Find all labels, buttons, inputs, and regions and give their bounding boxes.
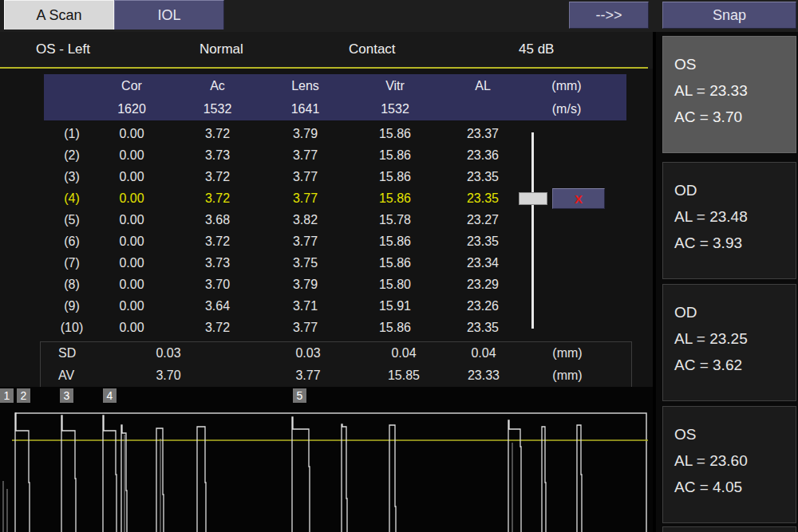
velocities-row: 1620153216411532(m/s) xyxy=(44,97,626,120)
al-value: 23.29 xyxy=(451,278,515,292)
av-row: AV3.703.7715.8523.33(mm) xyxy=(41,365,631,387)
al-value: 23.35 xyxy=(451,191,515,206)
ac-value: 3.72 xyxy=(164,191,271,206)
measurement-row[interactable]: (2)0.003.733.7715.8623.36 xyxy=(44,144,523,166)
lens-value: 3.71 xyxy=(271,299,339,313)
row-label: (2) xyxy=(44,148,100,163)
scan-status-bar: OS - Left Normal Contact 45 dB xyxy=(0,32,653,69)
ac-value: 3.68 xyxy=(164,213,271,227)
row-label: (7) xyxy=(44,256,100,270)
al-value: 23.37 xyxy=(451,127,515,141)
ascan-screen: A Scan IOL -->> Snap OS - Left Normal Co… xyxy=(0,0,798,532)
result-eye: OD xyxy=(674,177,796,203)
measurement-row[interactable]: (3)0.003.723.7715.8623.35 xyxy=(44,166,523,187)
stat-value: 0.03 xyxy=(89,346,248,361)
measurement-row[interactable]: (6)0.003.723.7715.8623.35 xyxy=(44,231,523,252)
column-label: Lens xyxy=(271,79,339,93)
stat-value: 0.04 xyxy=(368,346,440,361)
velocity-value: 1532 xyxy=(164,102,271,116)
cor-value: 0.00 xyxy=(100,321,164,335)
vitr-value: 15.86 xyxy=(339,170,451,184)
cor-value: 0.00 xyxy=(100,278,164,292)
result-panel[interactable]: OSAL = 23.60AC = 4.05 xyxy=(662,406,796,523)
result-al: AL = 23.33 xyxy=(674,77,796,104)
measure-method-select[interactable]: Contact xyxy=(349,41,396,57)
velocity-value: 1532 xyxy=(339,102,451,116)
al-value: 23.26 xyxy=(451,299,515,313)
ac-value: 3.72 xyxy=(164,170,271,184)
row-label: (3) xyxy=(44,170,100,184)
snap-button[interactable]: Snap xyxy=(662,2,796,29)
gain-value[interactable]: 45 dB xyxy=(519,41,554,57)
lens-value: 3.77 xyxy=(271,191,339,206)
vitr-value: 15.86 xyxy=(339,148,451,163)
gate-marker-4[interactable]: 4 xyxy=(103,388,117,403)
row-label: (6) xyxy=(44,234,100,249)
eye-select[interactable]: OS - Left xyxy=(36,41,90,57)
measurement-row[interactable]: (10)0.003.723.7715.8623.35 xyxy=(44,317,523,338)
waveform-plot xyxy=(0,387,653,532)
result-panel[interactable]: OSAL = 23.33AC = 3.70 xyxy=(662,36,796,153)
lens-value: 3.79 xyxy=(271,278,339,292)
result-al: AL = 23.60 xyxy=(674,447,796,474)
al-value: 23.36 xyxy=(451,148,515,163)
lens-value: 3.82 xyxy=(271,213,339,227)
tab-a-scan[interactable]: A Scan xyxy=(4,0,114,30)
cor-value: 0.00 xyxy=(100,299,164,313)
units-label: (mm) xyxy=(515,79,618,93)
measurement-row[interactable]: (8)0.003.703.7915.8023.29 xyxy=(44,274,523,295)
measurement-row[interactable]: (4)0.003.723.7715.8623.35 xyxy=(44,187,523,209)
vitr-value: 15.86 xyxy=(339,256,451,270)
result-ac: AC = 3.70 xyxy=(674,104,796,130)
column-label: Vitr xyxy=(339,79,451,93)
result-ac: AC = 3.62 xyxy=(674,352,796,378)
stat-value: 3.77 xyxy=(248,368,368,383)
stat-value: 23.33 xyxy=(440,368,527,383)
gate-marker-1[interactable]: 1 xyxy=(0,388,14,403)
ac-value: 3.70 xyxy=(164,278,271,292)
result-ac: AC = 3.93 xyxy=(674,230,796,256)
delete-row-button[interactable]: X xyxy=(552,188,605,209)
ac-value: 3.72 xyxy=(164,127,271,141)
measurement-row[interactable]: (9)0.003.643.7115.9123.26 xyxy=(44,295,523,317)
row-slider-thumb[interactable] xyxy=(519,192,547,205)
ac-value: 3.64 xyxy=(164,299,271,313)
cor-value: 0.00 xyxy=(100,213,164,227)
row-slider-track[interactable] xyxy=(531,132,534,329)
top-bar: A Scan IOL -->> Snap xyxy=(0,0,798,32)
lens-value: 3.75 xyxy=(271,256,339,270)
result-panel[interactable] xyxy=(662,526,796,532)
row-label: (9) xyxy=(44,299,100,313)
vitr-value: 15.86 xyxy=(339,321,451,335)
gate-marker-2[interactable]: 2 xyxy=(17,388,30,403)
result-panel[interactable]: ODAL = 23.25AC = 3.62 xyxy=(662,284,796,401)
ac-value: 3.73 xyxy=(164,148,271,163)
stat-value: 3.70 xyxy=(89,368,248,383)
stat-value: 0.04 xyxy=(440,346,527,361)
lens-value: 3.77 xyxy=(271,234,339,249)
stat-value: 0.03 xyxy=(248,346,368,361)
measurement-row[interactable]: (1)0.003.723.7915.8623.37 xyxy=(44,123,523,144)
forward-button[interactable]: -->> xyxy=(569,2,649,29)
cor-value: 0.00 xyxy=(100,170,164,184)
al-value: 23.35 xyxy=(451,234,515,249)
column-labels-row: CorAcLensVitrAL(mm) xyxy=(44,74,626,97)
velocity-value: 1620 xyxy=(100,102,164,116)
measurement-panel: OS - Left Normal Contact 45 dB CorAcLens… xyxy=(0,32,653,532)
tab-iol[interactable]: IOL xyxy=(114,0,224,30)
gate-marker-3[interactable]: 3 xyxy=(60,388,73,403)
eye-type-select[interactable]: Normal xyxy=(200,41,243,57)
ac-value: 3.72 xyxy=(164,321,271,335)
gate-marker-5[interactable]: 5 xyxy=(293,388,306,403)
cor-value: 0.00 xyxy=(100,127,164,141)
result-al: AL = 23.25 xyxy=(674,325,796,352)
row-label: (10) xyxy=(44,321,100,335)
divider-line xyxy=(0,67,648,69)
cor-value: 0.00 xyxy=(100,234,164,249)
result-panel[interactable]: ODAL = 23.48AC = 3.93 xyxy=(662,162,796,279)
measurement-row[interactable]: (5)0.003.683.8215.7823.27 xyxy=(44,209,523,231)
result-eye: OD xyxy=(674,299,796,325)
result-eye: OS xyxy=(674,51,796,77)
vitr-value: 15.86 xyxy=(339,234,451,249)
measurement-row[interactable]: (7)0.003.733.7515.8623.34 xyxy=(44,252,523,274)
